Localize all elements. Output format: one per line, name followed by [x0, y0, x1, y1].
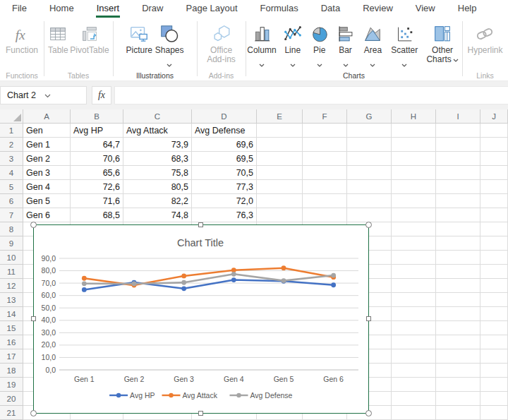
column-header-D[interactable]: D [192, 109, 257, 124]
picture-button[interactable]: Picture [126, 20, 152, 55]
cell-G7[interactable] [347, 208, 392, 222]
cell-G2[interactable] [347, 138, 392, 152]
cell-J1[interactable] [480, 124, 508, 138]
cell-I4[interactable] [436, 166, 480, 180]
cell-B6[interactable]: 71,6 [71, 194, 123, 208]
row-header-4[interactable]: 4 [0, 166, 23, 180]
cell-J5[interactable] [480, 180, 508, 194]
shapes-button[interactable]: Shapes [155, 20, 184, 70]
cell-I8[interactable] [436, 222, 480, 236]
row-header-10[interactable]: 10 [0, 251, 23, 265]
bar-chart-button[interactable]: Bar [334, 20, 358, 70]
insert-function-button[interactable]: fx [92, 86, 111, 104]
cell-H6[interactable] [392, 194, 436, 208]
row-header-18[interactable]: 18 [0, 364, 23, 378]
row-header-19[interactable]: 19 [0, 378, 23, 392]
cell-E6[interactable] [257, 194, 303, 208]
cell-E3[interactable] [257, 152, 303, 166]
scatter-chart-button[interactable]: Scatter [388, 20, 421, 70]
chart-resize-handle-left[interactable] [31, 316, 36, 321]
cell-A1[interactable]: Gen [23, 124, 71, 138]
pivottable-button[interactable]: PivotTable [70, 20, 109, 55]
tab-insert[interactable]: Insert [96, 0, 121, 18]
row-header-2[interactable]: 2 [0, 138, 23, 152]
name-box-chevron-icon[interactable] [44, 90, 82, 100]
column-header-E[interactable]: E [257, 109, 303, 124]
scatter-dropdown-chevron-icon[interactable] [401, 57, 407, 70]
cell-I20[interactable] [436, 392, 480, 406]
column-header-B[interactable]: B [71, 109, 123, 124]
column-header-C[interactable]: C [123, 109, 192, 124]
tab-view[interactable]: View [415, 0, 436, 16]
cell-A7[interactable]: Gen 6 [23, 208, 71, 222]
cell-H5[interactable] [392, 180, 436, 194]
cell-H1[interactable] [392, 124, 436, 138]
row-header-20[interactable]: 20 [0, 392, 23, 406]
tab-help[interactable]: Help [457, 0, 478, 16]
cell-H4[interactable] [392, 166, 436, 180]
chart-object[interactable]: Chart Title0,010,020,030,040,050,060,070… [33, 224, 369, 414]
chart-resize-handle-top[interactable] [198, 222, 203, 227]
cell-A5[interactable]: Gen 4 [23, 180, 71, 194]
area-chart-button[interactable]: Area [359, 20, 386, 70]
office-addins-button[interactable]: Office Add-ins [202, 20, 241, 64]
chart-resize-handle-bottom-left[interactable] [30, 410, 37, 416]
column-chart-button[interactable]: Column [246, 20, 278, 70]
cell-J8[interactable] [480, 222, 508, 236]
row-header-3[interactable]: 3 [0, 152, 23, 166]
cell-B3[interactable]: 70,6 [71, 152, 123, 166]
cell-D3[interactable]: 69,5 [192, 152, 257, 166]
cell-J16[interactable] [480, 335, 508, 349]
row-header-11[interactable]: 11 [0, 265, 23, 279]
cell-E5[interactable] [257, 180, 303, 194]
cell-J10[interactable] [480, 251, 508, 265]
line-chart-button[interactable]: Line [280, 20, 306, 70]
cell-D5[interactable]: 77,3 [192, 180, 257, 194]
cell-J20[interactable] [480, 392, 508, 406]
tab-file[interactable]: File [11, 0, 28, 16]
cell-E4[interactable] [257, 166, 303, 180]
cell-H18[interactable] [392, 364, 436, 378]
cell-C4[interactable]: 75,8 [123, 166, 192, 180]
formula-input[interactable] [114, 86, 508, 104]
cell-J2[interactable] [480, 138, 508, 152]
cell-J7[interactable] [480, 208, 508, 222]
column-header-H[interactable]: H [392, 109, 436, 124]
cell-G4[interactable] [347, 166, 392, 180]
cell-H9[interactable] [392, 236, 436, 251]
cell-H12[interactable] [392, 279, 436, 293]
select-all-button[interactable] [0, 109, 23, 124]
row-header-13[interactable]: 13 [0, 293, 23, 307]
tab-data[interactable]: Data [320, 0, 341, 16]
row-header-6[interactable]: 6 [0, 194, 23, 208]
row-header-9[interactable]: 9 [0, 236, 23, 251]
chart-resize-handle-top-right[interactable] [365, 222, 372, 228]
cell-I12[interactable] [436, 279, 480, 293]
cell-J9[interactable] [480, 236, 508, 251]
tab-review[interactable]: Review [362, 0, 394, 16]
cell-C2[interactable]: 73,9 [123, 138, 192, 152]
cell-J18[interactable] [480, 364, 508, 378]
cell-J19[interactable] [480, 378, 508, 392]
row-header-1[interactable]: 1 [0, 124, 23, 138]
cell-F4[interactable] [303, 166, 347, 180]
cell-I9[interactable] [436, 236, 480, 251]
cell-C7[interactable]: 74,8 [123, 208, 192, 222]
chart-resize-handle-top-left[interactable] [30, 222, 37, 228]
cell-J17[interactable] [480, 349, 508, 364]
cell-J12[interactable] [480, 279, 508, 293]
cell-E2[interactable] [257, 138, 303, 152]
cell-J14[interactable] [480, 307, 508, 321]
cell-H7[interactable] [392, 208, 436, 222]
cell-I18[interactable] [436, 364, 480, 378]
cell-C1[interactable]: Avg Attack [123, 124, 192, 138]
row-header-16[interactable]: 16 [0, 335, 23, 349]
cell-H10[interactable] [392, 251, 436, 265]
cell-A6[interactable]: Gen 5 [23, 194, 71, 208]
row-header-5[interactable]: 5 [0, 180, 23, 194]
bar-dropdown-chevron-icon[interactable] [343, 57, 349, 70]
function-button[interactable]: fx Function [6, 20, 38, 55]
cell-I13[interactable] [436, 293, 480, 307]
shapes-dropdown-chevron-icon[interactable] [167, 57, 172, 70]
pie-dropdown-chevron-icon[interactable] [317, 57, 322, 70]
